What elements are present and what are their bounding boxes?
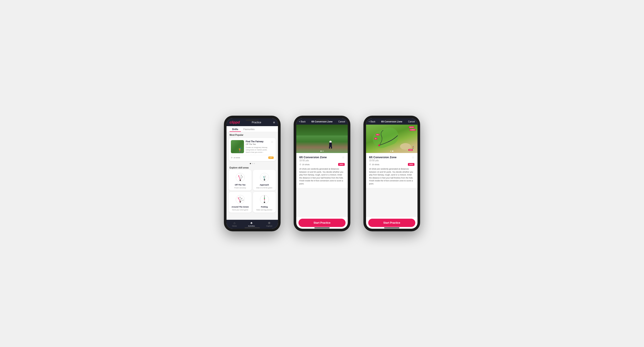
activities-icon: ♣ (250, 221, 252, 225)
drill-subtitle: Off The Tee (246, 143, 269, 145)
skill-card-off-tee[interactable]: Off The Tee Power accuracy (229, 170, 252, 191)
phone-1: clippd Practice ≡ Drills Favourites Most… (224, 116, 280, 231)
nav-activities[interactable]: ♣ Activities (248, 221, 255, 227)
phone-3-screen: < Back 6ft Conversion Zone Cancel ROUGH … (366, 118, 418, 229)
svg-point-25 (240, 197, 240, 198)
skill-card-putting[interactable]: Putting Make and lag practice (253, 192, 276, 213)
nav-home-label: Home (232, 225, 237, 227)
cancel-button-3[interactable]: Cancel (408, 121, 415, 123)
drill-yardage: 10-50 yds (299, 159, 327, 162)
miss-label: Miss (376, 134, 380, 136)
drill-desc-3: 20 shots are randomly generated at dista… (369, 168, 414, 185)
card-row: Find The Fairway Off The Tee Create an i… (231, 140, 274, 154)
clock-icon-3: ⏱ (369, 163, 371, 166)
drill-yardage-3: 10-50 yds (369, 159, 396, 162)
nav-capture-label: Capture (266, 225, 272, 227)
skill-name-atg: Around The Green (232, 206, 249, 208)
skill-card-approach[interactable]: Approach Dial-in to hit the green (253, 170, 276, 191)
ott-badge: OTT (268, 156, 274, 159)
skill-desc-approach: Dial-in to hit the green (256, 187, 272, 189)
skill-card-atg[interactable]: Around The Green Hone your short game (229, 192, 252, 213)
svg-point-27 (243, 200, 244, 201)
tab-drills[interactable]: Drills (230, 126, 241, 132)
back-button[interactable]: < Back (299, 121, 306, 123)
hit-label: Hit (374, 138, 377, 139)
favourite-button[interactable]: ☆ (342, 156, 345, 159)
start-practice-button[interactable]: Start Practice (298, 219, 346, 227)
app-logo: clippd (230, 121, 240, 124)
phone-3-header: < Back 6ft Conversion Zone Cancel (366, 118, 418, 125)
phone-3-scroll: 6ft Conversion Zone 10-50 yds ☆ ⏱ 20 sho… (366, 153, 418, 217)
svg-point-34 (264, 199, 265, 200)
drill-detail-3: 6ft Conversion Zone 10-50 yds ☆ ⏱ 20 sho… (366, 153, 418, 188)
skill-name-approach: Approach (260, 184, 269, 186)
explore-heading: Explore skill areas (226, 165, 278, 170)
bunker-shape (400, 143, 411, 150)
svg-point-24 (238, 197, 239, 198)
shots-label: 20 shots (302, 163, 310, 166)
card-footer: ⏱ 10 shots OTT (231, 155, 274, 159)
drill-meta-3: ⏱ 20 shots ARG (369, 163, 414, 166)
carousel-dots (226, 162, 278, 165)
svg-line-4 (239, 176, 240, 180)
skill-desc-putting: Make and lag practice (256, 209, 272, 211)
svg-line-20 (238, 198, 240, 202)
start-practice-button-3[interactable]: Start Practice (368, 219, 415, 227)
nav-title: Practice (252, 121, 261, 124)
skills-grid: Off The Tee Power accuracy (226, 170, 278, 214)
svg-point-8 (241, 175, 242, 176)
skill-name-putting: Putting (261, 206, 268, 208)
skill-desc-atg: Hone your short game (232, 209, 248, 211)
phone-1-screen: clippd Practice ≡ Drills Favourites Most… (226, 118, 278, 229)
skill-name-ott: Off The Tee (235, 184, 246, 186)
clock-icon: ⏱ (231, 157, 232, 159)
drill-meta: ⏱ 20 shots ARG (299, 163, 345, 166)
featured-drill-card[interactable]: Find The Fairway Off The Tee Create an i… (229, 138, 276, 161)
svg-point-17 (265, 176, 266, 177)
dot-1 (250, 163, 251, 164)
img-dot-3-2 (392, 151, 393, 152)
back-button-3[interactable]: < Back (369, 121, 376, 123)
sand-label: SAND (408, 149, 413, 151)
drill-name: 6ft Conversion Zone (299, 156, 327, 159)
arg-badge: ARG (338, 163, 345, 166)
trees-bg (296, 125, 348, 136)
img-dot-3-1 (390, 151, 391, 152)
around-green-icon (235, 194, 246, 205)
img-dot-2 (322, 151, 324, 152)
clock-icon-2: ⏱ (299, 163, 301, 166)
menu-icon[interactable]: ≡ (273, 121, 275, 124)
svg-point-7 (238, 175, 239, 176)
golf-photo-bg (296, 125, 348, 153)
approach-icon (259, 172, 270, 183)
cancel-button[interactable]: Cancel (338, 121, 345, 123)
phone-3: < Back 6ft Conversion Zone Cancel ROUGH … (364, 116, 420, 231)
home-icon: ⌂ (234, 221, 235, 225)
drill-desc: 20 shots are randomly generated at dista… (299, 168, 345, 185)
shots-label-3: 20 shots (372, 163, 379, 166)
nav-home[interactable]: ⌂ Home (232, 221, 237, 227)
drill-thumbnail (231, 140, 244, 153)
phone-2-header: < Back 6ft Conversion Zone Cancel (296, 118, 348, 125)
nav-activities-label: Activities (248, 225, 255, 227)
favourite-icon[interactable]: ☆ (271, 140, 274, 154)
drill-header-title: 6ft Conversion Zone (312, 121, 333, 123)
svg-point-33 (264, 195, 265, 196)
most-popular-heading: Most Popular (226, 132, 278, 137)
phone-2-scroll: 6ft Conversion Zone 10-50 yds ☆ ⏱ 20 sho… (296, 153, 348, 217)
golfer-figure (328, 141, 332, 149)
favourite-button-3[interactable]: ☆ (412, 156, 414, 159)
nav-capture[interactable]: ⊕ Capture (266, 221, 272, 227)
drill-title: Find The Fairway (246, 140, 269, 143)
capture-icon: ⊕ (268, 221, 270, 225)
phone-1-header: clippd Practice ≡ (226, 118, 278, 126)
skill-desc-ott: Power accuracy (234, 187, 246, 189)
image-carousel-dots (320, 151, 324, 152)
phone-2: < Back 6ft Conversion Zone Cancel (294, 116, 350, 231)
drill-image-map: ROUGH FAIRWAY Miss Hit SAND 🏌️ (366, 125, 418, 153)
drill-description: Create an imaginary fairway using trees … (246, 146, 269, 154)
phone-2-screen: < Back 6ft Conversion Zone Cancel (296, 118, 348, 229)
drill-name-3: 6ft Conversion Zone (369, 156, 396, 159)
image-carousel-dots-3 (390, 151, 393, 152)
tab-favourites[interactable]: Favourites (241, 126, 257, 132)
